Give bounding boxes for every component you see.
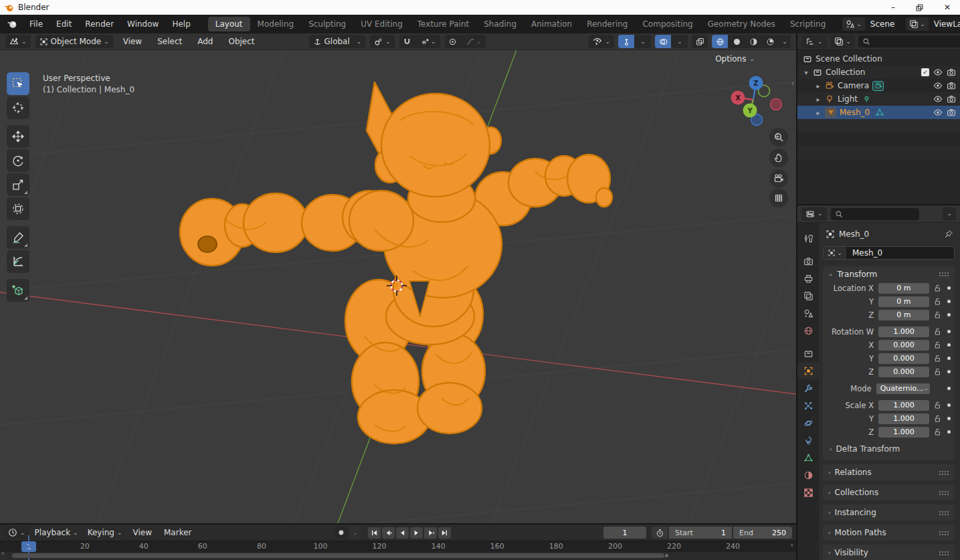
tab-output[interactable]	[797, 270, 819, 287]
motion-paths-panel[interactable]: ›Motion Paths	[823, 525, 955, 541]
collapse-arrow-icon[interactable]: ▸	[815, 82, 822, 90]
panel-grip[interactable]	[939, 551, 949, 555]
playback-menu[interactable]: Playback⌄	[31, 526, 82, 539]
animate-dot[interactable]	[947, 417, 951, 420]
tool-rotate[interactable]	[7, 149, 29, 172]
outliner-row-camera[interactable]: ▸ Camera	[797, 79, 960, 92]
animate-dot[interactable]	[947, 343, 951, 347]
animate-dot[interactable]	[947, 403, 951, 407]
current-frame-field[interactable]: 1	[603, 527, 646, 539]
tab-world[interactable]	[797, 322, 819, 339]
timeline-view-menu[interactable]: View	[128, 528, 157, 537]
rotation-w-field[interactable]: 1.000	[878, 326, 929, 337]
timeline-scrollbar[interactable]	[12, 553, 664, 558]
menu-view[interactable]: View	[118, 37, 147, 46]
view-layer-name[interactable]: ViewLayer	[929, 17, 960, 31]
timeline-ruler[interactable]: 1 20406080100120140160180200220240	[0, 541, 796, 552]
animate-dot[interactable]	[947, 300, 951, 303]
rotation-z-field[interactable]: 0.000	[878, 367, 929, 377]
jump-to-end-button[interactable]	[438, 527, 451, 539]
rotation-x-field[interactable]: 0.000	[878, 340, 929, 351]
play-reverse-button[interactable]	[396, 527, 409, 539]
lock-icon[interactable]	[931, 310, 943, 319]
outliner-search[interactable]	[858, 35, 960, 48]
lock-icon[interactable]	[931, 354, 943, 363]
falloff-dropdown[interactable]: ⌄	[462, 35, 486, 48]
timeline-editor-type-button[interactable]: ⌄	[4, 526, 29, 539]
hide-eye-icon[interactable]	[933, 68, 943, 77]
tab-sculpting[interactable]: Sculpting	[301, 17, 353, 31]
rotation-mode-dropdown[interactable]: Quaternio...⌄	[876, 383, 930, 394]
camera-data-badge[interactable]	[872, 81, 884, 91]
panel-grip[interactable]	[939, 531, 949, 535]
overlays-dropdown[interactable]: ⌄	[672, 35, 688, 48]
tab-scripting[interactable]: Scripting	[783, 17, 833, 31]
show-gizmos-toggle[interactable]	[618, 35, 634, 48]
panel-grip[interactable]	[939, 470, 949, 475]
object-id-selector[interactable]: ⌄	[824, 247, 846, 259]
object-name-value[interactable]: Mesh_0	[846, 247, 954, 259]
animate-dot[interactable]	[947, 330, 951, 333]
visibility-panel[interactable]: ›Visibility	[823, 545, 955, 560]
location-z-field[interactable]: 0 m	[878, 310, 929, 320]
transform-panel-header[interactable]: ⌄ Transform	[823, 266, 955, 282]
tool-cursor[interactable]	[7, 96, 29, 119]
animate-dot[interactable]	[947, 430, 951, 434]
editor-type-button[interactable]: ⌄	[5, 35, 31, 48]
auto-key-dropdown[interactable]: ⌄	[349, 527, 361, 539]
mesh-0-object[interactable]	[180, 82, 612, 444]
tab-layout[interactable]: Layout	[208, 17, 250, 31]
show-overlays-toggle[interactable]	[655, 35, 671, 48]
collapse-arrow-icon[interactable]: ▸	[815, 96, 822, 103]
outliner-row-light[interactable]: ▸ Light	[797, 92, 960, 106]
shading-rendered-button[interactable]	[762, 35, 778, 48]
ortho-toggle-button[interactable]	[769, 189, 788, 207]
view-layer-browse-button[interactable]: ⌄	[906, 17, 929, 31]
tab-collection[interactable]	[797, 345, 819, 362]
tab-geometry-nodes[interactable]: Geometry Nodes	[700, 17, 783, 31]
render-visibility-icon[interactable]	[947, 108, 956, 117]
navigation-gizmo[interactable]: Z X Y	[723, 65, 784, 129]
menu-edit[interactable]: Edit	[50, 15, 78, 33]
outliner-row-mesh-0[interactable]: ▸ Mesh_0	[797, 106, 960, 119]
tab-modeling[interactable]: Modeling	[250, 17, 302, 31]
minimize-button[interactable]: –	[891, 3, 895, 12]
pivot-point-dropdown[interactable]: ⌄	[370, 35, 395, 48]
instancing-panel[interactable]: ›Instancing	[823, 504, 955, 521]
render-visibility-icon[interactable]	[947, 68, 956, 77]
render-visibility-icon[interactable]	[947, 94, 956, 104]
tool-scale[interactable]	[7, 173, 29, 196]
timeline-marker-menu[interactable]: Marker	[159, 528, 197, 537]
transform-orientation-dropdown[interactable]: Global ⌄	[309, 35, 366, 48]
outliner-display-mode-button[interactable]: ⌄	[830, 35, 856, 48]
timeline-expand-arrow[interactable]: ›	[1, 549, 4, 557]
tab-object[interactable]	[797, 362, 819, 379]
tab-texture[interactable]	[797, 484, 819, 501]
animate-dot[interactable]	[947, 370, 951, 373]
scale-z-field[interactable]: 1.000	[878, 427, 929, 438]
rotation-y-field[interactable]: 0.000	[878, 353, 929, 364]
location-x-field[interactable]: 0 m	[878, 283, 929, 294]
start-frame-field[interactable]: Start1	[669, 527, 732, 539]
tool-move[interactable]	[7, 125, 29, 148]
panel-grip[interactable]	[939, 272, 949, 276]
menu-object[interactable]: Object	[223, 37, 260, 46]
animate-dot[interactable]	[947, 286, 951, 290]
properties-search-input[interactable]	[846, 209, 915, 218]
hide-eye-icon[interactable]	[933, 108, 943, 117]
lock-icon[interactable]	[931, 367, 943, 376]
app-menu-icon[interactable]	[7, 19, 17, 29]
relations-panel[interactable]: ›Relations	[823, 464, 955, 480]
tab-scene[interactable]	[797, 304, 819, 322]
mode-dropdown[interactable]: Object Mode ⌄	[35, 35, 113, 48]
lock-icon[interactable]	[931, 341, 943, 349]
location-y-field[interactable]: 0 m	[878, 296, 929, 307]
gizmos-dropdown[interactable]: ⌄	[635, 35, 651, 48]
scene-name[interactable]: Scene	[865, 17, 896, 31]
tool-add-cube[interactable]	[7, 279, 29, 302]
lock-icon[interactable]	[931, 284, 943, 292]
end-frame-field[interactable]: End250	[733, 527, 792, 539]
light-data-badge[interactable]	[861, 95, 872, 104]
panel-grip[interactable]	[939, 510, 949, 515]
delta-transform-subpanel[interactable]: › Delta Transform	[823, 439, 955, 455]
